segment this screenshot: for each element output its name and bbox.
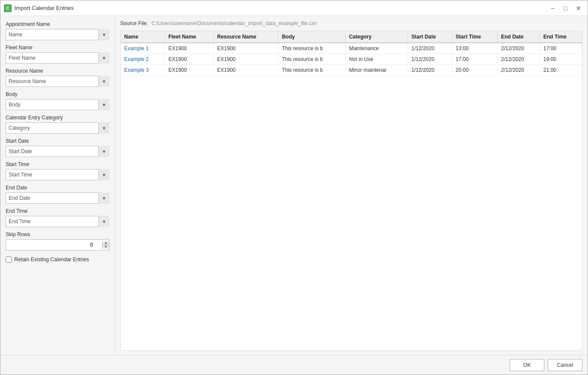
end-time-dropdown-wrap: End Time ▼ [6, 216, 109, 227]
table-row: Example 3EX1900EX1900This resource is bM… [121, 65, 582, 76]
col-header-category[interactable]: Category [345, 31, 408, 43]
cell-body: This resource is b [278, 65, 345, 76]
retain-existing-label[interactable]: Retain Existing Calendar Entries [14, 256, 89, 263]
cell-name[interactable]: Example 1 [121, 43, 165, 54]
source-file-path: C:\Users\username\Documents\calendar_imp… [151, 20, 317, 26]
category-select[interactable]: Category [6, 122, 109, 134]
cell-start-date: 1/12/2020 [408, 54, 452, 65]
calendar-entry-category-label: Calendar Entry Category [6, 115, 109, 121]
appointment-name-label: Appointment Name [6, 21, 109, 27]
col-header-name[interactable]: Name [121, 31, 165, 43]
appointment-name-select[interactable]: Name [6, 29, 109, 40]
col-header-end-date[interactable]: End Date [497, 31, 540, 43]
cell-name[interactable]: Example 2 [121, 54, 165, 65]
source-file-row: Source File: C:\Users\username\Documents… [120, 20, 582, 26]
resource-name-dropdown-wrap: Resource Name ▼ [6, 76, 109, 87]
body-dropdown-wrap: Body ▼ [6, 99, 109, 110]
category-dropdown-wrap: Category ▼ [6, 122, 109, 134]
skip-rows-spinners: ▲ ▼ [102, 241, 109, 249]
end-time-select[interactable]: End Time [6, 216, 109, 227]
source-file-label: Source File: [120, 20, 148, 26]
cell-end-date: 2/12/2020 [497, 54, 540, 65]
body-label: Body [6, 91, 109, 97]
appointment-name-dropdown-wrap: Name ▼ [6, 29, 109, 40]
content-area: Appointment Name Name ▼ Fleet Name Fleet… [0, 16, 588, 355]
start-date-dropdown-wrap: Start Date ▼ [6, 146, 109, 157]
skip-rows-label: Skip Rows [6, 231, 109, 237]
cell-end-time: 19:00 [540, 54, 582, 65]
retain-existing-checkbox[interactable] [6, 256, 12, 263]
cell-end-date: 2/12/2020 [497, 65, 540, 76]
skip-rows-up-button[interactable]: ▲ [103, 241, 109, 245]
table-body: Example 1EX1900EX1900This resource is bM… [121, 43, 582, 76]
ok-button[interactable]: OK [510, 359, 544, 371]
cell-start-date: 1/12/2020 [408, 43, 452, 54]
cell-resource-name: EX1900 [213, 54, 278, 65]
end-time-label: End Time [6, 208, 109, 214]
cell-start-time: 20:00 [452, 65, 498, 76]
table-header-row: Name Fleet Name Resource Name Body Categ… [121, 31, 582, 43]
col-header-resource-name[interactable]: Resource Name [213, 31, 278, 43]
data-table-container: Name Fleet Name Resource Name Body Categ… [120, 31, 582, 351]
col-header-end-time[interactable]: End Time [540, 31, 582, 43]
start-time-select[interactable]: Start Time [6, 169, 109, 180]
close-button[interactable]: ✕ [573, 3, 584, 14]
cell-start-date: 1/12/2020 [408, 65, 452, 76]
minimize-button[interactable]: − [547, 3, 558, 14]
cell-end-time: 17:00 [540, 43, 582, 54]
fleet-name-dropdown-wrap: Fleet Name ▼ [6, 52, 109, 64]
right-panel: Source File: C:\Users\username\Documents… [115, 16, 588, 355]
main-window: C Import Calendar Entries − □ ✕ Appointm… [0, 0, 588, 375]
window-title: Import Calendar Entries [14, 5, 547, 11]
resource-name-label: Resource Name [6, 68, 109, 74]
cell-body: This resource is b [278, 43, 345, 54]
col-header-body[interactable]: Body [278, 31, 345, 43]
maximize-button[interactable]: □ [560, 3, 571, 14]
table-row: Example 2EX1900EX1900This resource is bN… [121, 54, 582, 65]
end-date-dropdown-wrap: End Date ▼ [6, 192, 109, 204]
start-date-label: Start Date [6, 138, 109, 144]
cell-category: Minor maintenar [345, 65, 408, 76]
resource-name-select[interactable]: Resource Name [6, 76, 109, 87]
data-table: Name Fleet Name Resource Name Body Categ… [121, 31, 582, 76]
cell-fleet-name: EX1900 [165, 54, 214, 65]
cell-fleet-name: EX1900 [165, 65, 214, 76]
fleet-name-label: Fleet Name [6, 45, 109, 51]
cell-body: This resource is b [278, 54, 345, 65]
title-bar: C Import Calendar Entries − □ ✕ [0, 0, 588, 16]
skip-rows-down-button[interactable]: ▼ [103, 245, 109, 249]
cell-fleet-name: EX1900 [165, 43, 214, 54]
col-header-fleet-name[interactable]: Fleet Name [165, 31, 214, 43]
body-select[interactable]: Body [6, 99, 109, 110]
cell-category: Not in Use [345, 54, 408, 65]
window-controls: − □ ✕ [547, 3, 584, 14]
cell-end-date: 2/12/2020 [497, 43, 540, 54]
cell-name[interactable]: Example 3 [121, 65, 165, 76]
cell-resource-name: EX1900 [213, 65, 278, 76]
start-date-select[interactable]: Start Date [6, 146, 109, 157]
end-date-select[interactable]: End Date [6, 192, 109, 204]
cell-start-time: 13:00 [452, 43, 498, 54]
skip-rows-input[interactable] [6, 241, 102, 249]
table-row: Example 1EX1900EX1900This resource is bM… [121, 43, 582, 54]
col-header-start-time[interactable]: Start Time [452, 31, 498, 43]
start-time-dropdown-wrap: Start Time ▼ [6, 169, 109, 180]
svg-text:C: C [6, 6, 10, 11]
col-header-start-date[interactable]: Start Date [408, 31, 452, 43]
left-panel: Appointment Name Name ▼ Fleet Name Fleet… [0, 16, 115, 355]
start-time-label: Start Time [6, 161, 109, 167]
cell-start-time: 17:00 [452, 54, 498, 65]
cell-category: Maintenance [345, 43, 408, 54]
cell-end-time: 21:00 [540, 65, 582, 76]
app-icon: C [4, 4, 12, 12]
end-date-label: End Date [6, 185, 109, 191]
cell-resource-name: EX1900 [213, 43, 278, 54]
bottom-bar: OK Cancel [0, 355, 588, 375]
skip-rows-control: ▲ ▼ [6, 239, 109, 250]
fleet-name-select[interactable]: Fleet Name [6, 52, 109, 64]
cancel-button[interactable]: Cancel [548, 359, 582, 371]
retain-checkbox-wrap: Retain Existing Calendar Entries [6, 256, 109, 263]
